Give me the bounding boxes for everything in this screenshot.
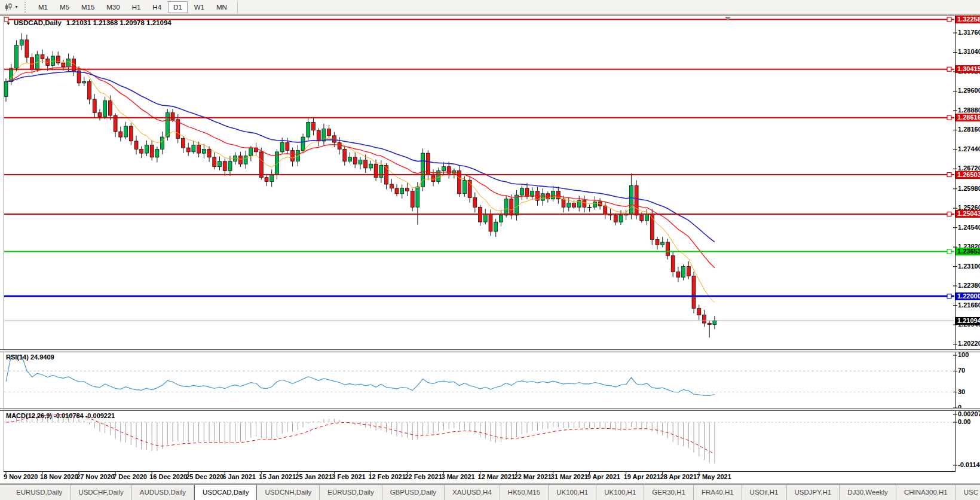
date-axis-label: 7 Dec 2020 xyxy=(113,473,147,480)
rsi-pane-graphics xyxy=(4,355,954,395)
price-level-badge: 1.23653 xyxy=(956,248,980,255)
date-axis-label: 27 Nov 2020 xyxy=(76,473,115,480)
chart-window[interactable]: ▼USDCAD,Daily1.21031 1.21368 1.20978 1.2… xyxy=(0,16,980,483)
timeframe-button-m30[interactable]: M30 xyxy=(101,1,125,13)
date-axis-label: 18 Nov 2020 xyxy=(40,473,78,480)
chart-tab-uk100-h1[interactable]: UK100,H1 xyxy=(549,485,596,500)
pane-splitter-macd[interactable] xyxy=(0,408,980,411)
price-axis-tick: 1.31040 xyxy=(958,48,980,56)
date-axis-label: 9 Apr 2021 xyxy=(587,473,620,480)
date-axis-label: 25 Dec 2020 xyxy=(186,473,223,480)
chart-tabbar: EURUSD,DailyUSDCHF,DailyAUDUSD,DailyUSDC… xyxy=(0,484,980,500)
macd-histogram xyxy=(6,413,715,464)
chart-tab-uk100-h1[interactable]: UK100,H1 xyxy=(596,485,644,500)
date-axis-label: 6 Jan 2021 xyxy=(222,473,256,480)
date-axis-label: 9 Nov 2020 xyxy=(4,473,38,480)
price-axis-tick: 1.23100 xyxy=(958,263,980,270)
rsi-label: RSI(14) 24.9409 xyxy=(6,353,54,361)
timeframe-button-d1[interactable]: D1 xyxy=(168,1,188,13)
chart-tab-usdchf-daily[interactable]: USDCHF,Daily xyxy=(71,485,131,500)
ohlc-values: 1.21031 1.21368 1.20978 1.21094 xyxy=(66,19,172,26)
horizontal-level-lines[interactable] xyxy=(4,17,954,298)
timeframe-button-h4[interactable]: H4 xyxy=(147,1,167,13)
current-price-badge: 1.21094 xyxy=(956,317,980,325)
chart-tab-fra40-h1[interactable]: FRA40,H1 xyxy=(694,485,742,500)
timeframe-button-m15[interactable]: M15 xyxy=(76,1,100,13)
price-axis-tick: 1.22380 xyxy=(958,282,980,289)
date-axis-label: 12 Mar 2021 xyxy=(478,473,515,480)
date-axis-label: 19 Apr 2021 xyxy=(624,473,660,480)
chart-tab-audusd-daily[interactable]: AUDUSD,Daily xyxy=(132,485,194,500)
toolbar-divider xyxy=(237,2,238,13)
chart-options-icon[interactable]: ▼ xyxy=(2,2,21,13)
price-axis-tick: 1.29600 xyxy=(958,87,980,94)
toolbar-drag-handle[interactable] xyxy=(24,2,27,13)
timeframe-buttons: M1M5M15M30H1H4D1W1MN xyxy=(32,1,233,13)
timeframe-button-m1[interactable]: M1 xyxy=(33,1,53,13)
date-axis-label: 28 Apr 2021 xyxy=(660,473,697,480)
price-level-badge: 1.25043 xyxy=(956,210,980,218)
macd-axis-tick: -0.011462 xyxy=(958,461,980,469)
chart-tab-usoil-h1[interactable]: USOil,H1 xyxy=(742,485,787,500)
price-axis-tick: 1.27440 xyxy=(958,145,980,153)
chart-tab-eurusd-daily[interactable]: EURUSD,Daily xyxy=(8,485,71,500)
date-axis-label: 22 Feb 2021 xyxy=(405,473,442,480)
date-axis-label: 15 Jan 2021 xyxy=(259,473,296,480)
price-axis-tick: 1.20220 xyxy=(958,340,980,347)
price-axis-tick: 1.28160 xyxy=(958,126,980,133)
chart-tab-usdjpy-h1[interactable]: USDJPY,H1 xyxy=(787,485,840,500)
date-axis-label: 7 May 2021 xyxy=(697,473,731,480)
chart-tab-dj30-weekly[interactable]: DJ30,Weekly xyxy=(840,485,896,500)
date-axis-label: 12 Feb 2021 xyxy=(368,473,405,480)
moving-average-lines xyxy=(6,61,715,303)
chart-tab-ger30-h1[interactable]: GER30,H1 xyxy=(644,485,694,500)
chart-tab-usdcad-daily[interactable]: USDCAD,Daily xyxy=(194,484,257,500)
pane-splitter-rsi[interactable] xyxy=(0,349,980,352)
timeframe-toolbar: ▼ M1M5M15M30H1H4D1W1MN xyxy=(0,0,980,14)
chart-tab-eurusd-daily[interactable]: EURUSD,Daily xyxy=(320,485,382,500)
price-level-badge: 1.26503 xyxy=(956,171,980,179)
price-level-badge: 1.22000 xyxy=(956,292,980,300)
price-axis-tick: 1.21660 xyxy=(958,301,980,309)
timeframe-button-mn[interactable]: MN xyxy=(211,1,232,13)
macd-label: MACD(12,26,9) -0.010784 -0.009221 xyxy=(6,412,115,419)
date-axis-label: 3 Feb 2021 xyxy=(332,473,365,480)
chart-tabs: EURUSD,DailyUSDCHF,DailyAUDUSD,DailyUSDC… xyxy=(8,485,980,500)
pane-borders xyxy=(0,16,980,474)
date-axis-label: 31 Mar 2021 xyxy=(551,473,588,480)
rsi-axis-tick: 30 xyxy=(958,388,965,396)
price-axis-tick: 1.25980 xyxy=(958,185,980,193)
chart-tab-usdcnh-daily[interactable]: USDCNH,Daily xyxy=(257,485,320,500)
macd-axis-tick: 0.002074 xyxy=(958,410,980,418)
date-axis-label: 22 Mar 2021 xyxy=(514,473,552,480)
symbol-period-label: USDCAD,Daily xyxy=(14,19,62,26)
timeframe-button-w1[interactable]: W1 xyxy=(189,1,210,13)
macd-signal-line xyxy=(6,415,715,454)
date-axis-label: 25 Jan 2021 xyxy=(295,473,332,480)
chart-tab-xauusd-h4[interactable]: XAUUSD,H4 xyxy=(445,485,500,500)
price-level-badge: 1.28616 xyxy=(956,114,980,121)
chart-canvas[interactable] xyxy=(0,16,980,483)
price-level-badge: 1.32258 xyxy=(956,16,980,23)
chart-tab-hk50-m15[interactable]: HK50,M15 xyxy=(500,485,549,500)
price-axis-tick: 1.24540 xyxy=(958,224,980,231)
chart-tab-gbpusd-daily[interactable]: GBPUSD,Daily xyxy=(382,485,445,500)
chart-tab-china300-h1[interactable]: CHINA300,H1 xyxy=(896,485,956,500)
date-axis-label: 16 Dec 2020 xyxy=(149,473,187,480)
chart-title: ▼USDCAD,Daily1.21031 1.21368 1.20978 1.2… xyxy=(6,19,172,26)
candlestick-chart-icon xyxy=(4,3,13,11)
chart-tab-usc[interactable]: USC xyxy=(956,485,980,500)
price-level-badge: 1.30415 xyxy=(956,65,980,73)
macd-axis-tick: 0.00 xyxy=(958,418,970,426)
date-axis-label: 3 Mar 2021 xyxy=(441,473,474,480)
chevron-down-icon: ▼ xyxy=(14,5,19,9)
rsi-axis-tick: 70 xyxy=(958,367,965,374)
candles-group xyxy=(4,33,716,338)
timeframe-button-h1[interactable]: H1 xyxy=(127,1,146,13)
macd-pane-graphics xyxy=(4,413,954,464)
timeframe-button-m5[interactable]: M5 xyxy=(54,1,75,13)
rsi-line xyxy=(6,355,715,395)
symbol-dropdown-marker[interactable]: ▼ xyxy=(6,21,11,26)
price-axis-tick: 1.31760 xyxy=(958,29,980,36)
